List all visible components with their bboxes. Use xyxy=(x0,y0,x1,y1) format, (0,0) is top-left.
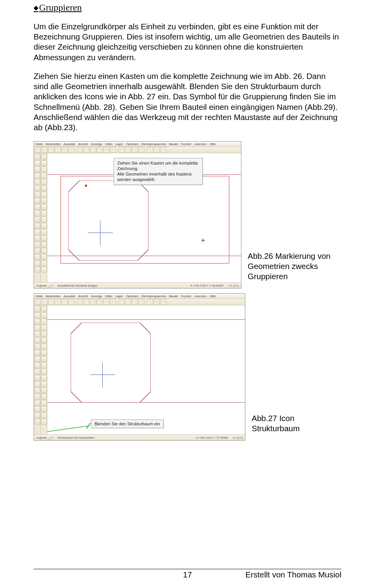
toolbar-button[interactable] xyxy=(96,147,103,153)
menu-item[interactable]: Layer xyxy=(115,142,123,146)
tool-icon[interactable] xyxy=(41,248,47,254)
tool-icon[interactable] xyxy=(34,394,40,400)
tool-icon[interactable] xyxy=(34,375,40,381)
toolbar-button[interactable] xyxy=(77,147,83,153)
tool-icon[interactable] xyxy=(34,312,40,318)
tool-icon[interactable] xyxy=(41,306,47,312)
toolbar-button[interactable] xyxy=(41,299,48,305)
toolbar-button[interactable] xyxy=(103,299,109,305)
tool-icon[interactable] xyxy=(34,344,40,350)
menu-item[interactable]: Gitter xyxy=(105,294,113,298)
tool-icon[interactable] xyxy=(41,185,47,191)
toolbar-button[interactable] xyxy=(61,147,68,153)
toolbar-button[interactable] xyxy=(61,299,68,305)
tool-icon[interactable] xyxy=(41,319,47,324)
toolbar-button[interactable] xyxy=(132,299,138,305)
tool-icon[interactable] xyxy=(41,267,47,272)
tool-icon[interactable] xyxy=(41,242,47,247)
toolbar-button[interactable] xyxy=(41,147,48,153)
tool-icon[interactable] xyxy=(41,223,47,229)
tool-icon[interactable] xyxy=(34,419,40,425)
toolbar-button[interactable] xyxy=(48,147,54,153)
tool-icon[interactable] xyxy=(34,217,40,222)
menu-item[interactable]: Datei xyxy=(36,142,43,146)
tool-icon[interactable] xyxy=(34,337,40,343)
tool-icon[interactable] xyxy=(41,210,47,216)
toolbar-button[interactable] xyxy=(68,147,74,153)
toolbar-button[interactable] xyxy=(55,299,61,305)
toolbar-button[interactable] xyxy=(83,147,89,153)
tool-icon[interactable] xyxy=(34,248,40,254)
tool-icon[interactable] xyxy=(41,154,47,160)
menu-item[interactable]: Lizenzen xyxy=(194,294,207,298)
menu-item[interactable]: Bauart xyxy=(169,142,178,146)
menu-item[interactable]: Optionen xyxy=(126,294,138,298)
tool-icon[interactable] xyxy=(41,337,47,343)
toolbar-button[interactable] xyxy=(103,147,109,153)
toolbar-button[interactable] xyxy=(83,299,89,305)
tool-icon[interactable] xyxy=(34,167,40,172)
tool-icon[interactable] xyxy=(34,254,40,260)
tool-icon[interactable] xyxy=(41,406,47,412)
tool-icon[interactable] xyxy=(41,254,47,260)
tool-icon[interactable] xyxy=(41,369,47,375)
tool-icon[interactable] xyxy=(41,350,47,356)
menu-item[interactable]: Hilfe xyxy=(209,294,216,298)
tool-icon[interactable] xyxy=(41,344,47,350)
menu-item[interactable]: Fenster xyxy=(181,142,191,146)
tool-icon[interactable] xyxy=(34,204,40,210)
tool-icon[interactable] xyxy=(41,362,47,368)
tool-icon[interactable] xyxy=(34,381,40,387)
menu-item[interactable]: Ansicht xyxy=(78,142,88,146)
tool-icon[interactable] xyxy=(41,217,47,222)
tool-icon[interactable] xyxy=(34,198,40,204)
tool-icon[interactable] xyxy=(34,319,40,324)
tool-icon[interactable] xyxy=(41,375,47,381)
toolbar-button[interactable] xyxy=(154,147,160,153)
toolbar-button[interactable] xyxy=(110,299,116,305)
tool-icon[interactable] xyxy=(34,160,40,166)
toolbar-button[interactable] xyxy=(147,299,153,305)
tool-icon[interactable] xyxy=(41,325,47,331)
drawing-canvas[interactable]: Ziehen Sie einen Kasten um die komplette… xyxy=(47,153,241,282)
tool-icon[interactable] xyxy=(41,400,47,406)
menu-item[interactable]: Bauart xyxy=(169,294,178,298)
tool-icon[interactable] xyxy=(41,260,47,266)
tool-icon[interactable] xyxy=(34,179,40,185)
toolbar-button[interactable] xyxy=(55,147,61,153)
menu-item[interactable]: Bearbeiten xyxy=(46,142,61,146)
toolbar-button[interactable] xyxy=(35,299,41,305)
tool-icon[interactable] xyxy=(34,154,40,160)
tool-icon[interactable] xyxy=(34,267,40,272)
tool-icon[interactable] xyxy=(41,173,47,179)
tool-icon[interactable] xyxy=(34,331,40,337)
toolbar-button[interactable] xyxy=(118,147,125,153)
tool-icon[interactable] xyxy=(41,160,47,166)
menu-item[interactable]: Auswahl xyxy=(63,142,75,146)
menu-item[interactable]: Datei xyxy=(36,294,43,298)
tool-icon[interactable] xyxy=(34,412,40,418)
toolbar-button[interactable] xyxy=(160,299,166,305)
menu-item[interactable]: Dienstprogramme xyxy=(141,142,166,146)
tool-icon[interactable] xyxy=(34,173,40,179)
toolbar-button[interactable] xyxy=(118,299,125,305)
tool-icon[interactable] xyxy=(34,242,40,247)
menu-item[interactable]: Fenster xyxy=(181,294,191,298)
toolbar-button[interactable] xyxy=(154,299,160,305)
tool-icon[interactable] xyxy=(41,394,47,400)
toolbar-button[interactable] xyxy=(110,147,116,153)
toolbar-button[interactable] xyxy=(77,299,83,305)
tool-icon[interactable] xyxy=(41,229,47,235)
toolbar-button[interactable] xyxy=(90,299,96,305)
menu-item[interactable]: Ansicht xyxy=(78,294,88,298)
toolbar-button[interactable] xyxy=(90,147,96,153)
tool-icon[interactable] xyxy=(41,387,47,393)
tool-icon[interactable] xyxy=(34,369,40,375)
menu-item[interactable]: Anzeige xyxy=(91,294,102,298)
toolbar-button[interactable] xyxy=(125,147,131,153)
tool-icon[interactable] xyxy=(34,235,40,241)
toolbar-button[interactable] xyxy=(48,299,54,305)
tool-icon[interactable] xyxy=(41,419,47,425)
tool-icon[interactable] xyxy=(34,325,40,331)
toolbar-button[interactable] xyxy=(96,299,103,305)
